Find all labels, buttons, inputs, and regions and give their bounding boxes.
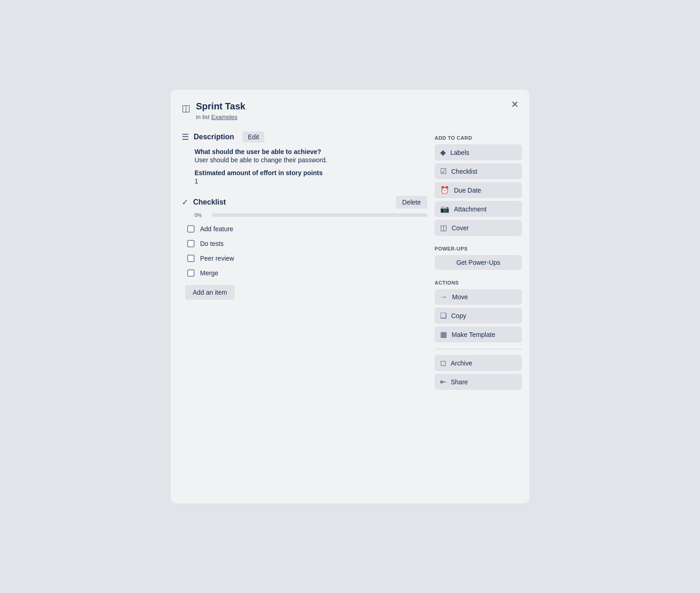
checklist-section: ✓ Checklist Delete 0% Add feature xyxy=(182,196,427,300)
checklist-checkbox-4[interactable] xyxy=(187,269,195,277)
get-power-ups-button[interactable]: Get Power-Ups xyxy=(435,255,522,270)
due-date-icon: ⏰ xyxy=(440,186,449,194)
copy-label: Copy xyxy=(451,312,466,319)
main-content: ☰ Description Edit What should the user … xyxy=(182,131,427,492)
checklist-item: Peer review xyxy=(185,252,427,265)
checklist-item: Add feature xyxy=(185,222,427,235)
checklist-sidebar-label: Checklist xyxy=(451,168,477,175)
description-icon: ☰ xyxy=(182,132,189,142)
delete-checklist-button[interactable]: Delete xyxy=(396,196,427,209)
checklist-checkbox-3[interactable] xyxy=(187,255,195,262)
progress-label: 0% xyxy=(195,212,207,218)
share-button[interactable]: ⇤ Share xyxy=(435,374,522,390)
description-text1: User should be able to change their pass… xyxy=(195,156,427,164)
copy-icon: ❏ xyxy=(440,311,447,320)
due-date-label: Due Date xyxy=(454,187,481,194)
cover-label: Cover xyxy=(452,224,469,232)
cover-button[interactable]: ◫ Cover xyxy=(435,220,522,236)
checklist-item-label-3: Peer review xyxy=(200,255,234,262)
share-label: Share xyxy=(451,378,468,386)
card-icon: ◫ xyxy=(182,103,190,114)
labels-label: Labels xyxy=(450,149,469,156)
description-title: Description xyxy=(194,133,234,141)
actions-divider xyxy=(435,349,522,349)
checklist-icon: ✓ xyxy=(182,197,189,207)
copy-button[interactable]: ❏ Copy xyxy=(435,308,522,324)
description-section: ☰ Description Edit What should the user … xyxy=(182,131,427,185)
move-icon: → xyxy=(440,293,448,301)
checklist-header-left: ✓ Checklist xyxy=(182,197,226,207)
checklist-button[interactable]: ☑ Checklist xyxy=(435,163,522,179)
due-date-button[interactable]: ⏰ Due Date xyxy=(435,182,522,198)
checklist-checkbox-1[interactable] xyxy=(187,225,195,233)
description-content: What should the user be able to achieve?… xyxy=(182,148,427,185)
attachment-label: Attachment xyxy=(454,205,487,213)
make-template-button[interactable]: ▦ Make Template xyxy=(435,326,522,342)
power-ups-title: POWER-UPS xyxy=(435,246,522,251)
checklist-item: Merge xyxy=(185,267,427,279)
list-link[interactable]: Examples xyxy=(211,114,237,120)
attachment-icon: 📷 xyxy=(440,205,449,213)
close-button[interactable]: ✕ xyxy=(507,97,522,112)
cover-icon: ◫ xyxy=(440,223,447,232)
checklist-sidebar-icon: ☑ xyxy=(440,167,447,176)
checklist-item-label-2: Do tests xyxy=(200,240,224,247)
get-power-ups-label: Get Power-Ups xyxy=(456,259,500,266)
make-template-icon: ▦ xyxy=(440,330,447,339)
checklist-item-label-4: Merge xyxy=(200,269,218,277)
description-header: ☰ Description Edit xyxy=(182,131,427,143)
attachment-button[interactable]: 📷 Attachment xyxy=(435,201,522,217)
progress-row: 0% xyxy=(182,212,427,218)
card-modal: ✕ ◫ Sprint Task in list Examples ☰ Descr… xyxy=(171,90,529,503)
labels-button[interactable]: ◆ Labels xyxy=(435,144,522,160)
actions-title: ACTIONS xyxy=(435,280,522,285)
move-button[interactable]: → Move xyxy=(435,289,522,305)
archive-icon: ◻ xyxy=(440,359,446,367)
make-template-label: Make Template xyxy=(452,331,495,338)
checklist-items: Add feature Do tests Peer review Merge xyxy=(182,222,427,279)
checklist-header: ✓ Checklist Delete xyxy=(182,196,427,209)
checklist-title: Checklist xyxy=(193,198,226,206)
card-title: Sprint Task xyxy=(196,101,245,112)
modal-header: ◫ Sprint Task in list Examples xyxy=(182,101,522,120)
sidebar: ADD TO CARD ◆ Labels ☑ Checklist ⏰ Due D… xyxy=(435,131,522,492)
description-text2: 1 xyxy=(195,177,427,185)
in-list-text: in list Examples xyxy=(196,114,245,120)
checklist-checkbox-2[interactable] xyxy=(187,240,195,247)
progress-bar-background xyxy=(212,213,427,217)
move-label: Move xyxy=(452,293,468,301)
add-to-card-title: ADD TO CARD xyxy=(435,135,522,141)
edit-description-button[interactable]: Edit xyxy=(242,131,264,143)
add-item-button[interactable]: Add an item xyxy=(185,285,235,300)
description-bold2: Estimated amount of effort in story poin… xyxy=(195,169,427,177)
checklist-item: Do tests xyxy=(185,237,427,250)
modal-body: ☰ Description Edit What should the user … xyxy=(182,131,522,492)
archive-label: Archive xyxy=(451,359,472,367)
labels-icon: ◆ xyxy=(440,148,446,157)
share-icon: ⇤ xyxy=(440,377,446,386)
description-bold1: What should the user be able to achieve? xyxy=(195,148,427,155)
checklist-item-label-1: Add feature xyxy=(200,225,233,233)
header-text: Sprint Task in list Examples xyxy=(196,101,245,120)
archive-button[interactable]: ◻ Archive xyxy=(435,355,522,371)
